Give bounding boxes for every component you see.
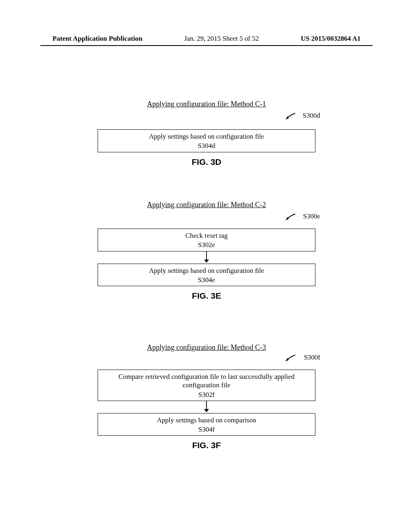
header-publication: Patent Application Publication — [52, 35, 142, 43]
step-text: Apply settings based on configuration fi… — [102, 266, 311, 275]
figure-3d-section: Applying configuration file: Method C-1 … — [0, 100, 413, 167]
figure-3f-section: Applying configuration file: Method C-3 … — [0, 343, 413, 450]
figure-label-3d: FIG. 3D — [0, 157, 413, 167]
down-arrow-icon — [202, 401, 211, 413]
ref-label-d: S300d — [303, 112, 320, 120]
step-code: S304d — [102, 141, 311, 150]
header-pubnum: US 2015/0032864 A1 — [301, 35, 361, 43]
ref-arrow-icon — [285, 213, 296, 221]
flow-arrow-f — [98, 401, 315, 413]
step-code: S304f — [102, 425, 311, 434]
ref-pointer-e: S300e — [98, 212, 315, 223]
ref-arrow-icon — [285, 354, 296, 362]
page-header: Patent Application Publication Jan. 29, … — [52, 35, 361, 43]
step-text: Apply settings based on comparison — [102, 416, 311, 424]
step-box-s302e: Check reset tag S302e — [98, 229, 315, 251]
ref-label-e: S300e — [303, 212, 321, 220]
step-text: Check reset tag — [102, 231, 311, 240]
method-title-c3: Applying configuration file: Method C-3 — [147, 343, 266, 352]
header-date-sheet: Jan. 29, 2015 Sheet 5 of 52 — [184, 35, 259, 43]
ref-pointer-f: S300f — [98, 354, 315, 364]
figure-label-3f: FIG. 3F — [0, 441, 413, 450]
step-box-s304d: Apply settings based on configuration fi… — [98, 129, 315, 152]
step-box-s304e: Apply settings based on configuration fi… — [98, 264, 315, 287]
header-rule — [40, 45, 373, 46]
ref-pointer-d: S300d — [98, 111, 315, 122]
flow-arrow-e — [98, 251, 315, 264]
step-text: Apply settings based on configuration fi… — [102, 132, 311, 141]
ref-arrow-icon — [285, 112, 296, 121]
step-code: S304e — [102, 276, 311, 284]
step-box-s304f: Apply settings based on comparison S304f — [98, 413, 315, 436]
step-box-s302f: Compare retrieved configuration file to … — [98, 370, 315, 401]
figure-3e-section: Applying configuration file: Method C-2 … — [0, 201, 413, 301]
method-title-c1: Applying configuration file: Method C-1 — [147, 100, 266, 108]
step-code: S302f — [102, 391, 311, 399]
step-code: S302e — [102, 241, 311, 249]
ref-label-f: S300f — [304, 353, 320, 362]
down-arrow-icon — [202, 251, 211, 264]
step-text: Compare retrieved configuration file to … — [102, 372, 311, 390]
method-title-c2: Applying configuration file: Method C-2 — [147, 201, 266, 209]
figure-label-3e: FIG. 3E — [0, 291, 413, 301]
